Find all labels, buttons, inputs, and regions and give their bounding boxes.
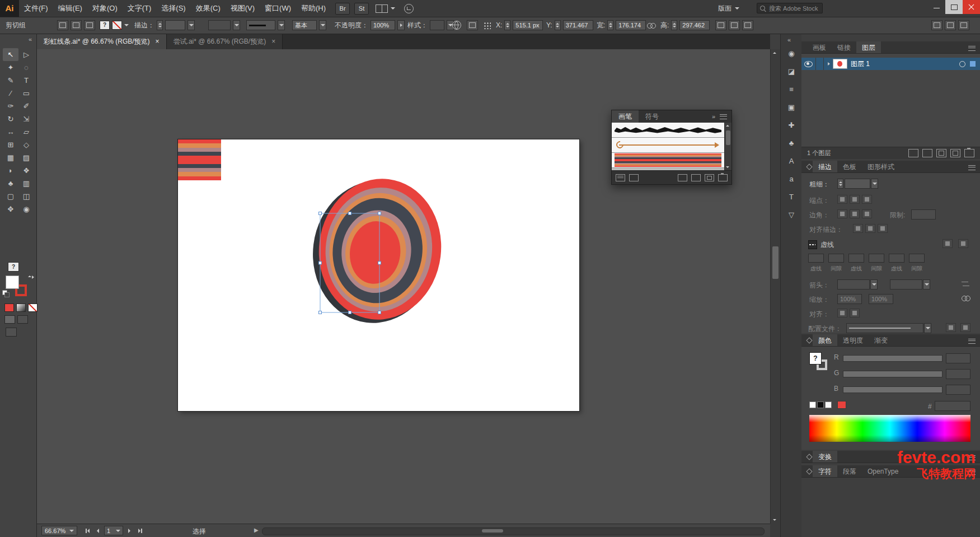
vertical-scrollbar[interactable] xyxy=(770,49,780,524)
scale-tool[interactable]: ⇲ xyxy=(18,113,34,125)
panel-collapse-icon[interactable] xyxy=(806,164,812,170)
horizontal-scrollbar[interactable] xyxy=(262,527,765,535)
selection-handle[interactable] xyxy=(378,311,381,314)
opacity-field[interactable]: 100% xyxy=(371,20,395,30)
next-artboard-icon[interactable] xyxy=(125,526,134,535)
dash-value-field[interactable] xyxy=(808,254,824,263)
document-setup-icon[interactable] xyxy=(452,21,461,30)
arrow-start-dropdown[interactable] xyxy=(870,279,878,289)
chevron-down-icon[interactable] xyxy=(391,7,395,10)
width-field[interactable]: 176.174 xyxy=(616,20,646,30)
flip-along-icon[interactable] xyxy=(946,323,956,332)
status-expand-icon[interactable]: ▶ xyxy=(254,527,259,533)
line-segment-tool[interactable]: ∕ xyxy=(3,87,18,100)
close-button[interactable] xyxy=(963,0,980,14)
scroll-down-icon[interactable] xyxy=(726,166,729,168)
scrollbar-thumb[interactable] xyxy=(726,130,730,145)
arrange-documents-icon[interactable] xyxy=(376,4,388,13)
search-input[interactable] xyxy=(768,4,822,12)
pen-tool[interactable]: ✎ xyxy=(3,74,18,87)
red-slider[interactable] xyxy=(843,355,943,362)
dash-value-field[interactable] xyxy=(909,254,925,263)
symbols-panel-icon[interactable]: ♣ xyxy=(785,137,798,150)
selection-handle[interactable] xyxy=(378,262,381,264)
panel-menu-icon[interactable] xyxy=(968,46,976,51)
none-button[interactable] xyxy=(28,303,37,312)
character-styles-icon[interactable]: A xyxy=(785,155,798,168)
arrow-end-field[interactable] xyxy=(890,279,922,289)
workspace-switcher[interactable]: 版面 xyxy=(718,0,739,17)
minimize-button[interactable] xyxy=(928,0,945,14)
menubar-item[interactable]: 文件(F) xyxy=(19,0,53,17)
arrow-align-end-icon[interactable] xyxy=(850,309,860,317)
close-tab-icon[interactable]: × xyxy=(271,38,275,45)
collapse-panel-icon[interactable]: « xyxy=(29,36,32,43)
profile-field[interactable] xyxy=(846,323,923,333)
swap-fill-stroke-icon[interactable] xyxy=(28,275,34,279)
x-field[interactable]: 515.1 px xyxy=(513,20,543,30)
make-clip-mask-icon[interactable] xyxy=(922,149,932,157)
menubar-item[interactable]: 编辑(E) xyxy=(53,0,87,17)
panel-collapse-icon[interactable] xyxy=(806,468,812,474)
expand-layer-icon[interactable] xyxy=(828,62,830,66)
green-slider[interactable] xyxy=(843,371,943,377)
black-swatch[interactable] xyxy=(817,401,824,408)
tab-graphic-styles[interactable]: 图形样式 xyxy=(862,161,900,172)
dash-align-icon[interactable] xyxy=(958,239,968,248)
expand-panels-icon[interactable]: « xyxy=(787,36,791,43)
weight-stepper[interactable] xyxy=(837,179,843,189)
width-profile-dropdown[interactable] xyxy=(233,20,240,30)
tab-brushes[interactable]: 画笔 xyxy=(612,110,639,123)
corner-bevel-icon[interactable] xyxy=(862,209,872,218)
control-panel-menu-icon[interactable] xyxy=(958,20,969,30)
glyphs-panel-icon[interactable]: a xyxy=(785,172,798,186)
zoom-tool[interactable]: ◉ xyxy=(18,203,34,216)
magic-wand-tool[interactable]: ✦ xyxy=(3,61,18,74)
blue-slider[interactable] xyxy=(843,386,943,393)
tab-transform[interactable]: 变换 xyxy=(813,451,837,463)
app-logo[interactable]: Ai xyxy=(0,0,19,17)
brush-libraries-icon[interactable] xyxy=(616,174,625,181)
brush-definition-field[interactable]: 基本 xyxy=(292,20,317,30)
y-field[interactable]: 371.467 xyxy=(563,20,593,30)
arrow-align-tip-icon[interactable] xyxy=(837,309,847,317)
profile-dropdown[interactable] xyxy=(924,323,931,333)
constrain-proportions-icon[interactable] xyxy=(647,23,655,28)
fill-color-swatch[interactable] xyxy=(6,275,19,289)
menubar-item[interactable]: 视图(V) xyxy=(226,0,260,17)
delete-brush-icon[interactable] xyxy=(718,174,728,181)
scroll-up-icon[interactable] xyxy=(773,52,776,54)
color-themes-icon[interactable]: ◉ xyxy=(785,47,798,60)
tab-paragraph[interactable]: 段落 xyxy=(837,465,862,477)
direct-selection-tool[interactable]: ▷ xyxy=(18,48,34,61)
pencil-tool[interactable]: ✐ xyxy=(18,100,34,113)
document-tab[interactable]: 尝试.ai* @ 66.67% (RGB/预览) × xyxy=(167,34,283,49)
close-tab-icon[interactable]: × xyxy=(156,38,160,45)
share-icon[interactable] xyxy=(404,4,414,13)
dock-panels-icon[interactable] xyxy=(945,20,956,30)
free-transform-tool[interactable]: ▱ xyxy=(18,125,34,138)
artwork-ellipses[interactable] xyxy=(305,171,449,330)
brush-stroke-field[interactable] xyxy=(246,20,275,30)
zoom-control[interactable]: 66.67% xyxy=(41,526,77,535)
corner-round-icon[interactable] xyxy=(850,209,860,218)
height-stepper[interactable] xyxy=(671,20,677,30)
tab-stroke[interactable]: 描边 xyxy=(813,161,837,172)
symbol-sprayer-tool[interactable]: ♣ xyxy=(3,177,18,190)
tab-character[interactable]: 字符 xyxy=(813,465,837,477)
selection-handle[interactable] xyxy=(349,212,351,215)
selection-tool[interactable]: ↖ xyxy=(3,48,18,61)
eyedropper-tool[interactable]: ◗ xyxy=(3,164,18,177)
dash-preserve-icon[interactable] xyxy=(943,239,953,248)
panel-collapse-icon[interactable] xyxy=(806,454,812,460)
rotate-tool[interactable]: ↻ xyxy=(3,113,18,125)
panel-menu-icon[interactable] xyxy=(968,165,976,170)
stroke-weight-field[interactable] xyxy=(165,20,185,30)
tab-symbols[interactable]: 符号 xyxy=(639,110,665,123)
maximize-button[interactable] xyxy=(945,0,963,14)
column-graph-tool[interactable]: ▥ xyxy=(18,177,34,190)
export-panel-icon[interactable]: ▽ xyxy=(785,208,798,222)
preferences-icon[interactable] xyxy=(467,20,478,30)
brushes-scrollbar[interactable] xyxy=(724,123,732,170)
width-tool[interactable]: ↔ xyxy=(3,125,18,138)
